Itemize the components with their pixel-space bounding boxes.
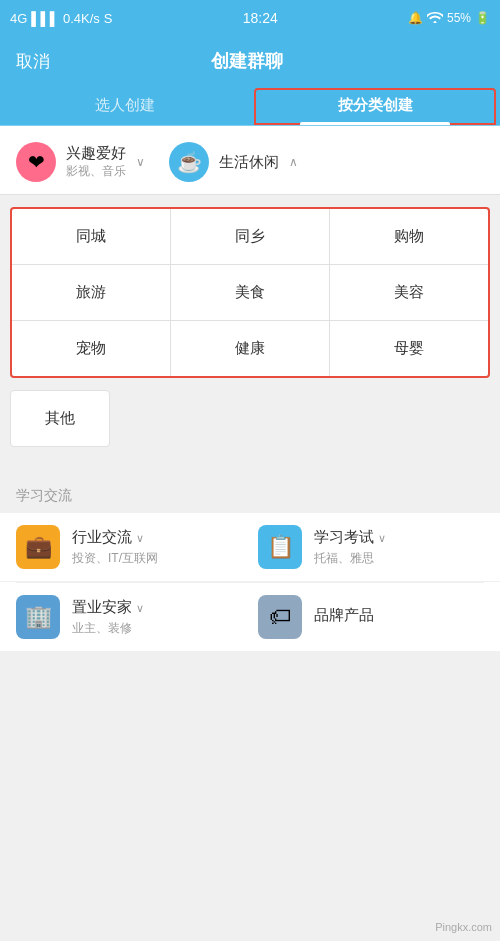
grid-cell-health[interactable]: 健康 bbox=[171, 321, 330, 376]
grid-cell-shopping[interactable]: 购物 bbox=[330, 209, 488, 264]
realestate-text: 置业安家 ∨ 业主、装修 bbox=[72, 598, 242, 637]
lifestyle-arrow: ∧ bbox=[289, 155, 298, 169]
list-section-study: 💼 行业交流 ∨ 投资、IT/互联网 📋 学习考试 ∨ bbox=[0, 513, 500, 651]
industry-name: 行业交流 ∨ bbox=[72, 528, 242, 547]
grid-row-1: 同城 同乡 购物 bbox=[12, 209, 488, 265]
tab-bar: 选人创建 按分类创建 bbox=[0, 86, 500, 126]
study-text: 学习考试 ∨ 托福、雅思 bbox=[314, 528, 484, 567]
grid-cell-food[interactable]: 美食 bbox=[171, 265, 330, 320]
interest-icon: ❤ bbox=[16, 142, 56, 182]
tab-by-person[interactable]: 选人创建 bbox=[0, 86, 250, 125]
nav-bar: 取消 创建群聊 bbox=[0, 36, 500, 86]
list-col-study[interactable]: 📋 学习考试 ∨ 托福、雅思 bbox=[242, 525, 484, 569]
signal-text: 4G bbox=[10, 11, 27, 26]
brand-text: 品牌产品 bbox=[314, 606, 484, 628]
industry-text: 行业交流 ∨ 投资、IT/互联网 bbox=[72, 528, 242, 567]
interest-name: 兴趣爱好 bbox=[66, 144, 126, 163]
list-col-industry[interactable]: 💼 行业交流 ∨ 投资、IT/互联网 bbox=[16, 525, 242, 569]
industry-desc: 投资、IT/互联网 bbox=[72, 550, 242, 567]
category-interest[interactable]: ❤ 兴趣爱好 影视、音乐 ∨ bbox=[16, 142, 145, 182]
storage-icon: S bbox=[104, 11, 113, 26]
grid-cell-tongcheng[interactable]: 同城 bbox=[12, 209, 171, 264]
tab-by-category[interactable]: 按分类创建 bbox=[250, 86, 500, 125]
signal-bars: ▌▌▌ bbox=[31, 11, 59, 26]
list-column: 💼 行业交流 ∨ 投资、IT/互联网 📋 学习考试 ∨ bbox=[16, 525, 484, 569]
lifestyle-name: 生活休闲 bbox=[219, 153, 279, 172]
study-icon: 📋 bbox=[258, 525, 302, 569]
category-header: ❤ 兴趣爱好 影视、音乐 ∨ ☕ 生活休闲 ∧ bbox=[0, 126, 500, 195]
brand-icon: 🏷 bbox=[258, 595, 302, 639]
interest-sub: 影视、音乐 bbox=[66, 163, 126, 180]
lifestyle-label: 生活休闲 bbox=[219, 153, 279, 172]
lifestyle-icon: ☕ bbox=[169, 142, 209, 182]
network-speed: 0.4K/s bbox=[63, 11, 100, 26]
study-desc: 托福、雅思 bbox=[314, 550, 484, 567]
list-col-brand[interactable]: 🏷 品牌产品 bbox=[242, 595, 484, 639]
other-button[interactable]: 其他 bbox=[10, 390, 110, 447]
grid-cell-baby[interactable]: 母婴 bbox=[330, 321, 488, 376]
list-row-industry-study: 💼 行业交流 ∨ 投资、IT/互联网 📋 学习考试 ∨ bbox=[0, 513, 500, 582]
study-name: 学习考试 ∨ bbox=[314, 528, 484, 547]
grid-row-3: 宠物 健康 母婴 bbox=[12, 321, 488, 376]
grid-cell-pet[interactable]: 宠物 bbox=[12, 321, 171, 376]
industry-arrow: ∨ bbox=[136, 532, 144, 544]
grid-cell-beauty[interactable]: 美容 bbox=[330, 265, 488, 320]
wifi-icon bbox=[427, 11, 443, 26]
status-right: 🔔 55% 🔋 bbox=[408, 11, 490, 26]
list-row-realestate-brand: 🏢 置业安家 ∨ 业主、装修 🏷 品牌产品 bbox=[0, 583, 500, 651]
realestate-icon: 🏢 bbox=[16, 595, 60, 639]
status-time: 18:24 bbox=[243, 10, 278, 26]
grid-cell-tongxiang[interactable]: 同乡 bbox=[171, 209, 330, 264]
category-lifestyle[interactable]: ☕ 生活休闲 ∧ bbox=[169, 142, 298, 182]
sound-icon: 🔔 bbox=[408, 11, 423, 25]
grid-row-2: 旅游 美食 美容 bbox=[12, 265, 488, 321]
status-bar: 4G ▌▌▌ 0.4K/s S 18:24 🔔 55% 🔋 bbox=[0, 0, 500, 36]
other-section: 其他 bbox=[10, 390, 490, 447]
list-col-realestate[interactable]: 🏢 置业安家 ∨ 业主、装修 bbox=[16, 595, 242, 639]
battery-text: 55% bbox=[447, 11, 471, 25]
industry-icon: 💼 bbox=[16, 525, 60, 569]
page-title: 创建群聊 bbox=[211, 49, 283, 73]
brand-name: 品牌产品 bbox=[314, 606, 484, 625]
interest-label: 兴趣爱好 影视、音乐 bbox=[66, 144, 126, 180]
grid-cell-travel[interactable]: 旅游 bbox=[12, 265, 171, 320]
section-label-study: 学习交流 bbox=[0, 475, 500, 513]
watermark: Pingkx.com bbox=[435, 921, 492, 933]
realestate-desc: 业主、装修 bbox=[72, 620, 242, 637]
section-divider-1 bbox=[0, 459, 500, 475]
status-left: 4G ▌▌▌ 0.4K/s S bbox=[10, 11, 113, 26]
realestate-name: 置业安家 ∨ bbox=[72, 598, 242, 617]
grid-section: 同城 同乡 购物 旅游 美食 美容 宠物 健康 bbox=[10, 207, 490, 378]
study-arrow: ∨ bbox=[378, 532, 386, 544]
cancel-button[interactable]: 取消 bbox=[16, 50, 50, 73]
interest-arrow: ∨ bbox=[136, 155, 145, 169]
main-content: ❤ 兴趣爱好 影视、音乐 ∨ ☕ 生活休闲 ∧ 同城 同乡 购物 bbox=[0, 126, 500, 941]
realestate-arrow: ∨ bbox=[136, 602, 144, 614]
list-column-2: 🏢 置业安家 ∨ 业主、装修 🏷 品牌产品 bbox=[16, 595, 484, 639]
battery-icon: 🔋 bbox=[475, 11, 490, 25]
